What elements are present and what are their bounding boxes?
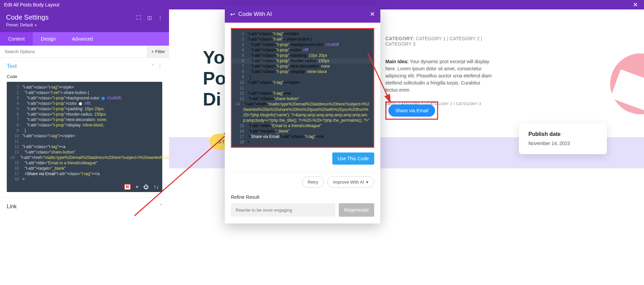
publish-date: November 14, 2023 [528,141,597,146]
ai-modal-body: 1"t-attr">class="t-tag"><style>2"t-attr"… [225,23,380,223]
hero-line-3: Di [203,89,226,110]
svg-line-0 [135,130,232,216]
hero-line-1: Yo [203,47,226,68]
svg-line-1 [368,53,390,102]
code-field-label: Code [7,74,162,79]
annotation-arrow-1 [132,125,237,220]
retry-button[interactable]: Retry [302,176,324,188]
settings-tabs: Content Design Advanced [0,32,169,46]
publish-card: Publish date November 14, 2023 [519,123,607,154]
publish-title: Publish date [528,131,597,137]
settings-title-row: Code Settings ⛶ ◫ ⋮ [6,14,163,21]
preset-label: Preset: [6,23,19,27]
tab-advanced[interactable]: Advanced [64,32,101,46]
window-title: Edit All Posts Body Layout [4,2,59,7]
improve-with-ai-button[interactable]: Improve With AI▾ [327,176,374,188]
preset-row[interactable]: Preset: Default ▾ [6,23,163,27]
chevron-up-icon[interactable]: ˄ [152,64,154,69]
link-section-title: Link [7,204,17,210]
ai-modal-title: Code With AI [238,11,272,18]
tab-content[interactable]: Content [0,32,33,46]
ai-modal-header: ↩ Code With AI ✕ [225,6,380,23]
close-icon[interactable]: ✕ [370,10,375,18]
annotation-arrow-2 [365,50,396,108]
preset-value: Default [20,23,33,27]
search-row: + Filter [0,46,169,58]
ai-button[interactable]: AI [124,184,131,190]
more-icon[interactable]: ⋮ [158,64,162,69]
main-idea: Main Idea: Your dynamic post excerpt wil… [385,58,494,94]
category-label: CATEGORY: [385,36,414,41]
use-this-code-button[interactable]: Use This Code [332,152,374,165]
refine-label: Refine Result [231,194,374,200]
plus-icon: + [151,49,154,54]
settings-title: Code Settings [6,14,49,21]
filter-button[interactable]: + Filter [147,46,169,57]
back-icon[interactable]: ↩ [230,11,235,18]
expand-icon[interactable]: ⛶ [136,15,141,20]
ai-action-row: Retry Improve With AI▾ [231,176,374,188]
more-icon[interactable]: ⋮ [158,15,163,20]
text-section-head[interactable]: Text ˄ ⋮ [7,63,162,69]
code-with-ai-modal: ↩ Code With AI ✕ 1"t-attr">class="t-tag"… [225,6,380,223]
tab-design[interactable]: Design [33,32,64,46]
close-icon[interactable]: ✕ [631,1,640,8]
refine-row: Regenerate [231,203,374,217]
columns-icon[interactable]: ◫ [147,15,152,20]
chevron-down-icon: ▾ [35,23,37,27]
ai-code-block[interactable]: 1"t-attr">class="t-tag"><style>2"t-attr"… [231,28,374,148]
text-section-title: Text [7,63,17,69]
search-input[interactable] [0,46,147,57]
hero-title: Yo Po Di [203,47,226,110]
post-meta: CATEGORY: CATEGORY 1 | CATEGORY 2 | CATE… [385,36,494,106]
refine-input[interactable] [231,203,335,217]
chevron-down-icon: ▾ [366,180,368,185]
regenerate-button[interactable]: Regenerate [339,203,374,217]
category-row: CATEGORY: CATEGORY 1 | CATEGORY 2 | CATE… [385,36,494,47]
hero-line-2: Po [203,68,226,89]
settings-header: Code Settings ⛶ ◫ ⋮ Preset: Default ▾ [0,9,169,32]
filter-label: Filter [155,49,165,54]
